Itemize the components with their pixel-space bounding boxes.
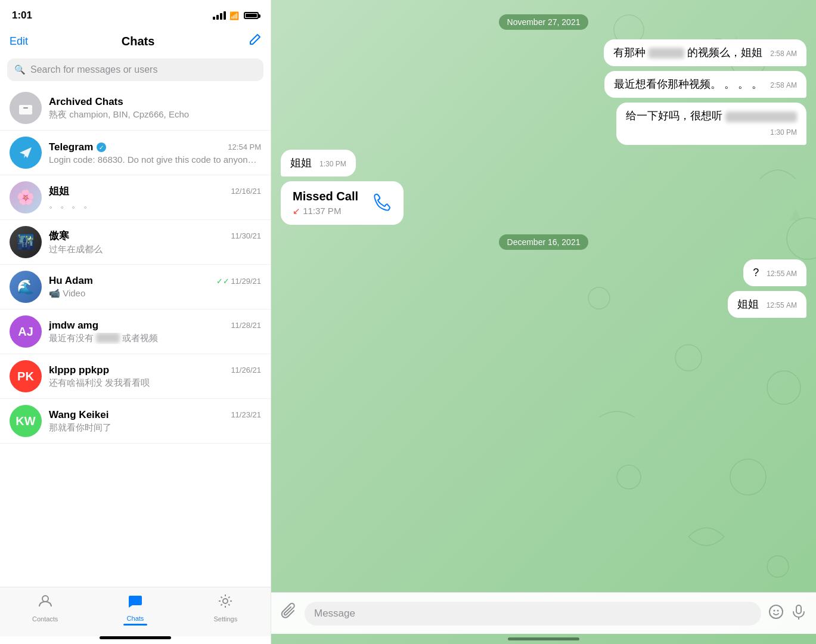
search-placeholder-text: Search for messages or users	[30, 64, 157, 75]
date-badge-dec16: December 16, 2021	[499, 234, 589, 250]
verified-badge-icon	[97, 143, 106, 152]
chat-preview: 熟夜 champion, BIN, Cpz666, Echo	[49, 109, 261, 120]
message-text: 姐姐	[290, 157, 312, 169]
chat-content: Telegram 12:54 PM Login code: 86830. Do …	[49, 141, 261, 165]
chat-name: Wang Keikei	[49, 409, 108, 421]
date-badge-nov27: November 27, 2021	[499, 14, 589, 30]
compose-icon[interactable]	[248, 33, 261, 49]
edit-button[interactable]: Edit	[10, 35, 28, 48]
avatar: 🌃	[10, 226, 42, 258]
chat-content: 姐姐 12/16/21 。 。 。 。	[49, 184, 261, 210]
chats-label: Chats	[127, 615, 144, 622]
chat-time: 11/23/21	[231, 410, 261, 419]
left-panel: 1:01 📶 Edit Chats 🔍 Search for messages …	[0, 0, 271, 644]
chat-preview: 📹 Video	[49, 288, 261, 299]
svg-point-20	[777, 609, 779, 611]
svg-rect-21	[796, 605, 801, 614]
message-time: 12:55 AM	[767, 301, 797, 309]
chat-list-header: Edit Chats	[0, 26, 271, 56]
search-icon: 🔍	[14, 64, 26, 75]
list-item[interactable]: AJ jmdw amg 11/28/21 最近有没有 xxx 或者视频	[0, 309, 271, 354]
chat-content: Hu Adam ✓✓ 11/29/21 📹 Video	[49, 275, 261, 299]
message-bubble: 姐姐 12:55 AM	[728, 291, 806, 318]
tab-contacts[interactable]: Contacts	[0, 593, 90, 623]
chat-time: 11/28/21	[231, 321, 261, 330]
chat-content: Wang Keikei 11/23/21 那就看你时间了	[49, 409, 261, 434]
chat-name: klppp ppkpp	[49, 364, 109, 376]
message-time: 1:30 PM	[770, 128, 797, 137]
missed-call-title: Missed Call	[293, 190, 358, 203]
home-indicator	[100, 636, 171, 639]
message-bubble: 姐姐 1:30 PM	[281, 150, 356, 177]
theme-icon[interactable]	[768, 604, 784, 623]
mic-icon[interactable]	[791, 604, 806, 623]
message-text: ?	[753, 267, 759, 278]
avatar: PK	[10, 360, 42, 392]
chat-name: Telegram	[49, 141, 93, 153]
message-time: 2:58 AM	[770, 49, 797, 58]
avatar: 🌊	[10, 271, 42, 303]
message-time: 12:55 AM	[767, 270, 797, 278]
chat-time: ✓✓ 11/29/21	[216, 277, 261, 286]
attach-icon[interactable]	[281, 603, 297, 624]
tab-settings[interactable]: Settings	[181, 593, 271, 623]
message-bubble: 最近想看你那种视频。 。 。 。 2:58 AM	[604, 71, 806, 98]
avatar: KW	[10, 405, 42, 437]
avatar	[10, 92, 42, 124]
right-panel: November 27, 2021 有那种 的视频么，姐姐 2:58 AM 最近…	[271, 0, 816, 644]
list-item[interactable]: 🌃 傲寒 11/30/21 过年在成都么	[0, 220, 271, 265]
missed-call-time: ↙ 11:37 PM	[293, 206, 358, 216]
status-bar: 1:01 📶	[0, 0, 271, 26]
avatar	[10, 137, 42, 169]
list-item[interactable]: PK klppp ppkpp 11/26/21 还有啥福利没 发我看看呗	[0, 354, 271, 399]
message-input[interactable]: Message	[305, 602, 761, 626]
contacts-label: Contacts	[32, 615, 58, 623]
list-item[interactable]: 🌊 Hu Adam ✓✓ 11/29/21 📹 Video	[0, 265, 271, 309]
status-icons: 📶	[213, 11, 259, 20]
chat-preview: 过年在成都么	[49, 244, 261, 255]
message-text: 最近想看你那种视频。 。 。 。	[614, 78, 762, 90]
missed-call-arrow-icon: ↙	[293, 206, 300, 216]
contacts-icon	[38, 593, 53, 613]
chats-icon	[128, 593, 143, 612]
list-item[interactable]: Telegram 12:54 PM Login code: 86830. Do …	[0, 131, 271, 175]
tab-chats[interactable]: Chats	[90, 593, 180, 622]
chat-name: jmdw amg	[49, 320, 98, 332]
wifi-icon: 📶	[229, 11, 239, 20]
settings-icon	[218, 593, 233, 613]
chat-name: Hu Adam	[49, 275, 93, 287]
status-time: 1:01	[12, 10, 32, 21]
chat-preview: 最近有没有 xxx 或者视频	[49, 333, 261, 344]
tab-bar: Contacts Chats Settings	[0, 587, 271, 636]
message-text: 给一下好吗，很想听	[626, 110, 797, 122]
chat-list: Archived Chats 熟夜 champion, BIN, Cpz666,…	[0, 86, 271, 587]
chat-preview: Login code: 86830. Do not give this code…	[49, 154, 261, 165]
input-area: Message	[271, 592, 816, 634]
search-bar[interactable]: 🔍 Search for messages or users	[7, 58, 263, 81]
missed-call-bubble: Missed Call ↙ 11:37 PM	[281, 181, 404, 225]
svg-point-19	[774, 609, 775, 611]
message-time: 1:30 PM	[319, 160, 346, 168]
avatar: 🌸	[10, 181, 42, 213]
chat-preview: 。 。 。 。	[49, 199, 261, 210]
battery-icon	[244, 12, 259, 19]
chat-name: Archived Chats	[49, 96, 123, 108]
signal-bars-icon	[213, 11, 226, 20]
chat-time: 12:54 PM	[228, 143, 261, 151]
list-item[interactable]: Archived Chats 熟夜 champion, BIN, Cpz666,…	[0, 86, 271, 131]
chat-time: 12/16/21	[231, 187, 261, 196]
chat-preview: 那就看你时间了	[49, 422, 261, 434]
list-item[interactable]: KW Wang Keikei 11/23/21 那就看你时间了	[0, 399, 271, 444]
message-placeholder: Message	[314, 608, 355, 619]
svg-point-2	[42, 596, 48, 602]
svg-rect-1	[23, 107, 28, 109]
settings-label: Settings	[213, 615, 237, 623]
message-bubble: 给一下好吗，很想听 1:30 PM	[616, 103, 806, 144]
chat-name: 姐姐	[49, 184, 69, 198]
svg-point-18	[770, 605, 783, 618]
list-item[interactable]: 🌸 姐姐 12/16/21 。 。 。 。	[0, 175, 271, 220]
avatar: AJ	[10, 315, 42, 348]
chat-time: 11/30/21	[231, 231, 261, 240]
tab-active-indicator	[123, 624, 147, 626]
message-text: 有那种 的视频么，姐姐	[613, 47, 762, 58]
